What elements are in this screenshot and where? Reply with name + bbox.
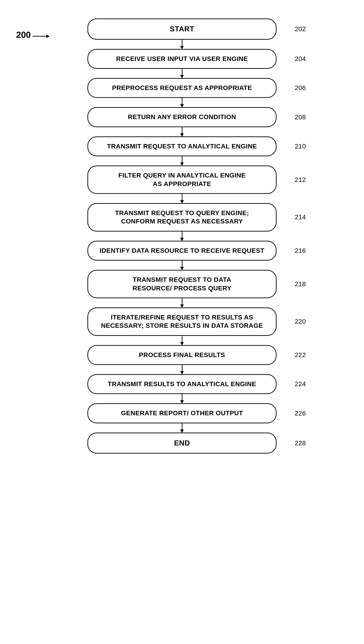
label-228: 228	[295, 439, 306, 447]
figure-label-area: 200	[16, 30, 51, 40]
svg-marker-1	[46, 35, 50, 38]
connector-10	[182, 336, 182, 345]
node-216-text: IDENTIFY DATA RESOURCE TO RECEIVE REQUES…	[100, 247, 264, 254]
node-226: GENERATE REPORT/ OTHER OUTPUT 226	[88, 403, 276, 423]
connector-12	[182, 394, 182, 403]
label-202: 202	[295, 25, 306, 33]
label-226: 226	[295, 409, 306, 417]
node-204: RECEIVE USER INPUT VIA USER ENGINE 204	[88, 49, 276, 69]
connector-9	[182, 298, 182, 307]
connector-13	[182, 423, 182, 433]
label-206: 206	[295, 84, 306, 92]
label-204: 204	[295, 55, 306, 63]
label-214: 214	[295, 213, 306, 221]
connector-1	[182, 40, 182, 49]
node-226-text: GENERATE REPORT/ OTHER OUTPUT	[121, 409, 243, 417]
node-210: TRANSMIT REQUEST TO ANALYTICAL ENGINE 21…	[88, 136, 276, 156]
label-212: 212	[295, 175, 306, 184]
node-212-text: FILTER QUERY IN ANALYTICAL ENGINEAS APPR…	[118, 172, 246, 187]
label-216: 216	[295, 247, 306, 255]
node-208: RETURN ANY ERROR CONDITION 208	[88, 107, 276, 127]
node-start: START 202	[88, 19, 276, 40]
node-204-text: RECEIVE USER INPUT VIA USER ENGINE	[116, 55, 248, 62]
connector-5	[182, 156, 182, 166]
node-218-text: TRANSMIT REQUEST TO DATARESOURCE/ PROCES…	[133, 276, 232, 292]
node-210-text: TRANSMIT REQUEST TO ANALYTICAL ENGINE	[107, 143, 257, 150]
label-224: 224	[295, 380, 306, 388]
node-206: PREPROCESS REQUEST AS APPROPRIATE 206	[88, 78, 276, 98]
node-220: ITERATE/REFINE REQUEST TO RESULTS ASNECE…	[88, 307, 276, 336]
connector-2	[182, 69, 182, 78]
diagram-container: 200 START 202 RECEIVE USER INPUT VIA USE…	[0, 0, 364, 463]
node-212: FILTER QUERY IN ANALYTICAL ENGINEAS APPR…	[88, 166, 276, 194]
node-218: TRANSMIT REQUEST TO DATARESOURCE/ PROCES…	[88, 270, 276, 298]
figure-label: 200	[16, 30, 31, 40]
figure-arrow	[32, 32, 51, 39]
node-216: IDENTIFY DATA RESOURCE TO RECEIVE REQUES…	[88, 241, 276, 261]
label-220: 220	[295, 317, 306, 326]
node-end: END 228	[88, 433, 276, 454]
node-214-text: TRANSMIT REQUEST TO QUERY ENGINE;CONFORM…	[115, 209, 249, 225]
label-208: 208	[295, 113, 306, 121]
node-220-text: ITERATE/REFINE REQUEST TO RESULTS ASNECE…	[101, 314, 263, 329]
node-222: PROCESS FINAL RESULTS 222	[88, 345, 276, 365]
connector-8	[182, 261, 182, 270]
node-224: TRANSMIT RESULTS TO ANALYTICAL ENGINE 22…	[88, 374, 276, 394]
node-214: TRANSMIT REQUEST TO QUERY ENGINE;CONFORM…	[88, 203, 276, 232]
connector-11	[182, 365, 182, 374]
node-208-text: RETURN ANY ERROR CONDITION	[128, 113, 236, 121]
connector-4	[182, 127, 182, 136]
connector-6	[182, 194, 182, 203]
node-206-text: PREPROCESS REQUEST AS APPROPRIATE	[112, 84, 252, 91]
label-222: 222	[295, 351, 306, 359]
label-210: 210	[295, 142, 306, 151]
node-start-text: START	[170, 25, 194, 33]
node-222-text: PROCESS FINAL RESULTS	[139, 351, 225, 358]
label-218: 218	[295, 280, 306, 288]
connector-7	[182, 232, 182, 241]
node-224-text: TRANSMIT RESULTS TO ANALYTICAL ENGINE	[108, 380, 256, 388]
node-end-text: END	[174, 439, 190, 447]
flowchart: START 202 RECEIVE USER INPUT VIA USER EN…	[0, 9, 364, 454]
connector-3	[182, 98, 182, 107]
